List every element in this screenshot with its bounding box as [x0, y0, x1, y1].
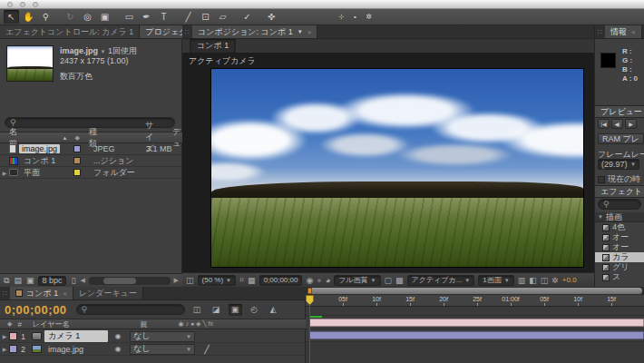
magnification-dropdown[interactable]: (50 %) ▼	[198, 275, 237, 286]
layer-duration-bar-camera[interactable]	[309, 319, 644, 327]
tab-preview[interactable]: プレビュー	[595, 106, 644, 117]
horizontal-scrollbar[interactable]	[89, 277, 171, 285]
selection-tool[interactable]: ↖	[4, 10, 19, 24]
close-icon[interactable]: ×	[631, 28, 636, 36]
close-icon[interactable]: ×	[307, 28, 312, 36]
project-row-solids[interactable]: ▶ 平面 フォルダー	[0, 167, 182, 179]
view-dropdown[interactable]: アクティブカ... ▼	[407, 275, 475, 286]
play-button[interactable]: ▶	[625, 119, 637, 129]
project-row-comp[interactable]: コンポ 1 ...ジション	[0, 155, 182, 167]
current-timecode[interactable]: 0;00;00;00	[5, 303, 67, 317]
motion-blur-icon[interactable]: ◭	[267, 304, 280, 316]
project-item-name[interactable]: image.jpg	[19, 144, 60, 153]
framerate-dropdown[interactable]: (29.97) ▼	[598, 159, 639, 170]
resolution-dropdown[interactable]: フル画質 ▼	[334, 275, 380, 286]
label-swatch[interactable]	[9, 332, 17, 340]
view-layout-dropdown[interactable]: 1画面 ▼	[478, 275, 513, 286]
brush-tool[interactable]: ╱	[181, 10, 196, 24]
label-column-icon[interactable]: ◆	[7, 320, 12, 328]
interpret-footage-icon[interactable]: ⧉	[4, 276, 9, 286]
roto-brush-tool[interactable]: ✓	[239, 10, 255, 24]
layer-duration-bar-image[interactable]	[309, 331, 644, 339]
quality-switch[interactable]: ╱	[195, 345, 219, 354]
chevron-down-icon[interactable]: ▼	[298, 29, 303, 34]
tab-effects[interactable]: エフェクト	[595, 186, 644, 197]
close-icon[interactable]: ×	[63, 289, 67, 298]
comp-flowchart-icon[interactable]: ◫	[190, 304, 204, 316]
eraser-tool[interactable]: ▱	[215, 10, 230, 24]
scroll-right-arrow[interactable]: ▶	[174, 277, 179, 284]
hand-tool[interactable]: ✋	[21, 10, 36, 24]
layer-switches-header[interactable]: ◉ ♪ ● ◈ ╲ fx	[178, 320, 213, 328]
label-column-icon[interactable]: ◆	[74, 134, 79, 142]
parent-dropdown[interactable]: なし ▼	[130, 344, 195, 355]
close-window-button[interactable]	[7, 2, 13, 7]
shape-tool[interactable]: ▭	[122, 10, 137, 24]
layer-row-image[interactable]: ▶ 2 image.jpg ◉ なし ▼ ╱	[0, 343, 306, 356]
previous-frame-button[interactable]: ◀|	[611, 119, 623, 129]
expand-arrow-icon[interactable]: ▶	[0, 170, 9, 176]
layer-name[interactable]: image.jpg	[44, 345, 108, 354]
playhead-line[interactable]	[309, 295, 310, 363]
panel-grip-icon[interactable]: ∷	[0, 287, 10, 299]
tab-render-queue[interactable]: レンダーキュー	[73, 287, 143, 299]
time-ruler[interactable]: 0f05f10f15f20f25f01:00f05f10f15f	[306, 295, 644, 307]
comp-flowchart-icon[interactable]: ◫	[541, 276, 549, 285]
sort-asc-icon[interactable]: ▲	[62, 135, 67, 141]
tab-composition[interactable]: コンポジション: コンポ 1 ▼ ×	[192, 25, 317, 38]
timeline-navigator-bar[interactable]	[306, 287, 644, 295]
camera-tool[interactable]: ◎	[80, 10, 95, 24]
timeline-search-input[interactable]: ⚲	[76, 304, 185, 315]
tab-effect-controls[interactable]: エフェクトコントロール: カメラ 1	[0, 25, 140, 38]
bit-depth-button[interactable]: 8 bpc	[38, 276, 65, 286]
reset-exposure-icon[interactable]: ✲	[551, 276, 559, 285]
ram-preview-button[interactable]: RAM プレ	[598, 133, 644, 144]
workspace-move-icon[interactable]: ⊹	[336, 10, 347, 24]
column-number[interactable]: #	[17, 320, 21, 329]
zoom-tool[interactable]: ⚲	[38, 10, 54, 24]
composition-viewer[interactable]: アクティブカメラ	[182, 53, 594, 272]
first-frame-button[interactable]: |◀	[598, 119, 610, 129]
pen-tool[interactable]: ✒	[139, 10, 154, 24]
tab-info[interactable]: 情報 ×	[605, 25, 642, 38]
layer-expand-arrow[interactable]: ▶	[0, 333, 9, 339]
roi-icon[interactable]: ⌗	[239, 275, 244, 285]
panel-grip-icon[interactable]: ∷	[595, 25, 605, 38]
pan-behind-tool[interactable]: ▣	[97, 10, 112, 24]
label-swatch[interactable]	[73, 169, 81, 176]
zoom-window-button[interactable]	[33, 2, 38, 7]
rotate-tool[interactable]: ↻	[63, 10, 78, 24]
trash-icon[interactable]: ▯	[72, 276, 76, 285]
comp-crumb-button[interactable]: コンポ 1	[190, 38, 236, 54]
layer-name[interactable]: カメラ 1	[44, 330, 108, 342]
label-swatch[interactable]	[9, 345, 17, 353]
show-channel-icon[interactable]: ◕	[326, 276, 330, 285]
pixel-aspect-icon[interactable]: ▥	[518, 276, 526, 285]
eye-icon[interactable]: ◉	[108, 345, 128, 353]
scroll-left-arrow[interactable]: ◀	[80, 277, 84, 284]
tab-project[interactable]: プロジェク	[140, 25, 182, 38]
minimize-window-button[interactable]	[20, 2, 25, 7]
work-area-start-marker[interactable]	[307, 288, 312, 294]
layer-row-camera[interactable]: ▶ 1 カメラ 1 ◉ なし ▼	[0, 330, 306, 343]
shy-layers-icon[interactable]: ◪	[210, 304, 223, 316]
frame-blend-icon[interactable]: ◴	[248, 304, 261, 316]
live-update-icon[interactable]: ▣	[229, 304, 242, 316]
tab-timeline-comp[interactable]: コンポ 1 ×	[10, 287, 73, 299]
workspace-dot-icon[interactable]: •	[349, 10, 361, 24]
transparency-grid-icon[interactable]: ▦	[248, 276, 256, 285]
timeline-jump-icon[interactable]: ◧	[529, 276, 537, 285]
timeline-graph-area[interactable]: 0f05f10f15f20f25f01:00f05f10f15f	[306, 287, 644, 363]
layer-expand-arrow[interactable]: ▶	[0, 346, 9, 352]
workspace-star-icon[interactable]: ✲	[363, 10, 375, 24]
parent-dropdown[interactable]: なし ▼	[130, 331, 195, 342]
navigator-thumb[interactable]	[309, 288, 642, 294]
snapshot-icon[interactable]: ◉	[306, 276, 313, 285]
exposure-value[interactable]: +0.0	[562, 276, 577, 284]
chevron-down-icon[interactable]: ▼	[101, 49, 106, 54]
column-parent[interactable]: 親	[140, 319, 147, 329]
column-layer-name[interactable]: レイヤー名	[33, 319, 70, 329]
text-tool[interactable]: T	[156, 10, 171, 24]
from-current-time-checkbox[interactable]: 現在の時	[598, 173, 640, 185]
region-icon[interactable]: ▢	[385, 276, 393, 285]
